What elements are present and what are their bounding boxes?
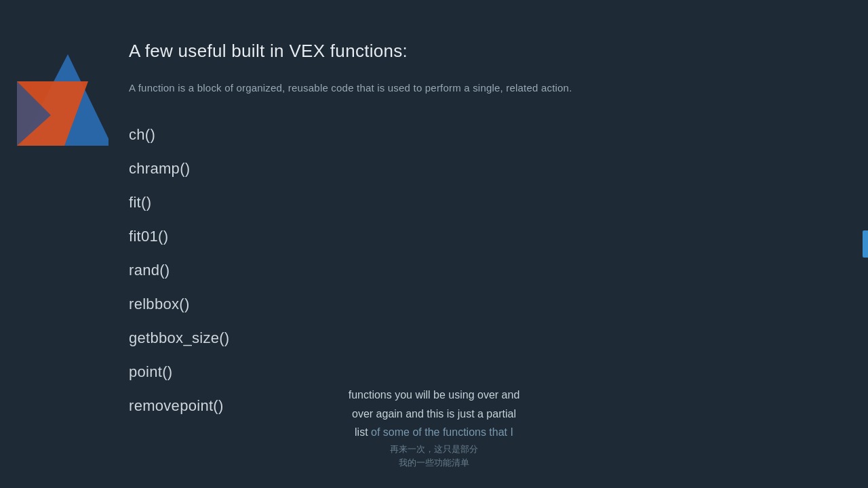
list-item: rand()	[129, 253, 841, 287]
description-text: A function is a block of organized, reus…	[129, 81, 841, 96]
page-title: A few useful built in VEX functions:	[129, 41, 841, 62]
function-list: ch() chramp() fit() fit01() rand() relbb…	[129, 118, 841, 423]
subtitle-overlay: functions you will be using over and ove…	[264, 386, 604, 469]
right-edge-indicator	[863, 230, 868, 258]
list-item: fit()	[129, 186, 841, 220]
list-item: relbbox()	[129, 287, 841, 321]
logo-container	[14, 41, 108, 149]
subtitle-text-3: list	[355, 426, 371, 438]
subtitle-highlight-text: of some of the functions that I	[371, 426, 513, 438]
subtitle-chinese-text-1: 再来一次，这只是部分	[390, 444, 478, 454]
subtitle-chinese-line1: 再来一次，这只是部分	[264, 443, 604, 456]
subtitle-line1: functions you will be using over and	[264, 386, 604, 404]
list-item: point()	[129, 355, 841, 389]
subtitle-line2: over again and this is just a partial	[264, 405, 604, 423]
subtitle-chinese-line2: 我的一些功能清单	[264, 456, 604, 470]
subtitle-line3: list of some of the functions that I	[264, 424, 604, 441]
list-item: fit01()	[129, 220, 841, 253]
list-item: chramp()	[129, 152, 841, 186]
main-content: A few useful built in VEX functions: A f…	[129, 41, 841, 423]
subtitle-text-1: functions you will be using over and	[349, 389, 520, 401]
list-item: ch()	[129, 118, 841, 152]
list-item: getbbox_size()	[129, 321, 841, 355]
houdini-logo-icon	[14, 41, 108, 149]
subtitle-text-2: over again and this is just a partial	[352, 408, 516, 420]
subtitle-chinese-text-2: 我的一些功能清单	[399, 458, 469, 468]
